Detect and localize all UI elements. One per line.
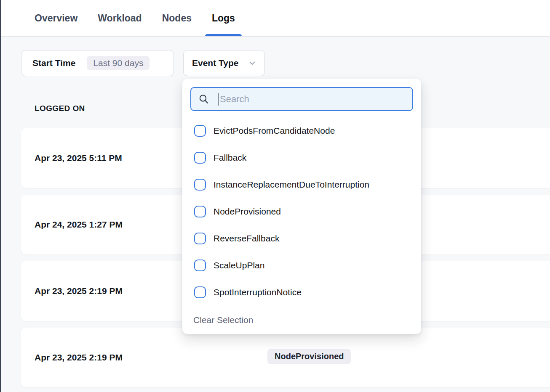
logged-on-value: Apr 24, 2025 1:27 PM <box>35 220 123 230</box>
logged-on-value: Apr 23, 2025 5:11 PM <box>35 153 122 163</box>
option-label: InstanceReplacementDueToInterruption <box>214 180 369 190</box>
logged-on-value: Apr 23, 2025 2:19 PM <box>35 352 123 363</box>
checkbox-icon[interactable] <box>194 286 206 298</box>
option-evictpodsfromcandidatenode[interactable]: EvictPodsFromCandidateNode <box>182 117 421 144</box>
left-edge-divider <box>0 0 1 392</box>
event-type-label: Event Type <box>192 58 238 68</box>
event-type-badge: NodeProvisioned <box>267 349 351 364</box>
event-type-filter[interactable]: Event Type <box>183 50 265 76</box>
tab-bar: Overview Workload Nodes Logs <box>0 0 550 37</box>
table-row[interactable]: Apr 23, 2025 2:19 PM NodeProvisioned <box>21 328 550 387</box>
event-type-options: EvictPodsFromCandidateNode Fallback Inst… <box>182 117 421 306</box>
start-time-value[interactable]: Last 90 days <box>87 56 150 70</box>
option-label: ScaleUpPlan <box>214 260 264 270</box>
tab-nodes[interactable]: Nodes <box>162 0 192 36</box>
option-scaleupplan[interactable]: ScaleUpPlan <box>182 252 421 279</box>
option-label: EvictPodsFromCandidateNode <box>214 126 335 136</box>
checkbox-icon[interactable] <box>194 152 206 164</box>
event-type-dropdown-panel: EvictPodsFromCandidateNode Fallback Inst… <box>182 79 421 334</box>
tabs: Overview Workload Nodes Logs <box>0 0 550 36</box>
checkbox-icon[interactable] <box>194 206 206 217</box>
option-reversefallback[interactable]: ReverseFallback <box>182 225 421 252</box>
checkbox-icon[interactable] <box>194 233 206 244</box>
filter-divider <box>81 57 81 69</box>
option-label: Fallback <box>214 153 246 163</box>
checkbox-icon[interactable] <box>194 179 206 191</box>
option-fallback[interactable]: Fallback <box>182 144 421 171</box>
chevron-down-icon <box>248 58 257 68</box>
start-time-label: Start Time <box>32 58 75 68</box>
tab-overview[interactable]: Overview <box>35 0 77 36</box>
option-label: SpotInterruptionNotice <box>214 287 302 297</box>
tab-logs[interactable]: Logs <box>212 0 235 36</box>
option-label: ReverseFallback <box>214 233 279 244</box>
tab-workload[interactable]: Workload <box>98 0 142 36</box>
dropdown-search-box[interactable] <box>190 87 413 111</box>
clear-selection-button[interactable]: Clear Selection <box>193 315 253 325</box>
option-label: NodeProvisioned <box>214 207 281 217</box>
checkbox-icon[interactable] <box>194 260 206 271</box>
logged-on-value: Apr 23, 2025 2:19 PM <box>35 286 123 296</box>
column-header-logged-on: LOGGED ON <box>35 104 85 113</box>
start-time-filter[interactable]: Start Time Last 90 days <box>21 50 174 76</box>
option-instancereplacementduetointerruption[interactable]: InstanceReplacementDueToInterruption <box>182 171 421 198</box>
option-nodeprovisioned[interactable]: NodeProvisioned <box>182 198 421 225</box>
option-spotinterruptionnotice[interactable]: SpotInterruptionNotice <box>182 279 421 306</box>
checkbox-icon[interactable] <box>194 125 206 137</box>
search-input[interactable] <box>191 88 412 110</box>
logs-page: Overview Workload Nodes Logs Start Time … <box>0 0 550 392</box>
